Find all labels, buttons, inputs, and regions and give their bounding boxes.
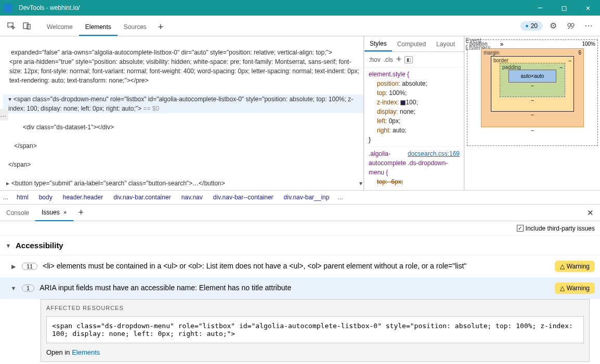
issues-counter[interactable]: 20	[520, 21, 543, 31]
open-in-elements-link[interactable]: Open in Elements	[41, 348, 589, 361]
drawer-tab-console[interactable]: Console	[0, 205, 35, 221]
triangle-right-icon[interactable]: ▶	[10, 263, 17, 270]
affected-resources-panel: AFFECTED RESOURCES <span class="ds-dropd…	[41, 299, 590, 362]
include-thirdparty-checkbox[interactable]: ✓	[517, 225, 524, 232]
color-swatch-icon[interactable]	[400, 100, 406, 105]
bm-padding-label: padding	[502, 64, 521, 70]
triangle-down-icon[interactable]: ▼	[10, 285, 17, 291]
bm-position-top: 100%	[582, 41, 595, 47]
styles-tab-layout[interactable]: Layout	[431, 37, 460, 51]
issue-count-pill: 1	[22, 285, 34, 292]
styles-rules[interactable]: element.style { position: absolute; top:…	[364, 68, 464, 190]
dom-line[interactable]: ▸<button type="submit" aria-label="searc…	[3, 179, 363, 188]
crumb[interactable]: div.nav-bar--container	[208, 192, 279, 203]
warning-badge: Warning	[555, 282, 595, 294]
dom-line[interactable]: <pre aria-hidden="true" style="position:…	[3, 57, 363, 85]
css-prop[interactable]: top: 100%;	[369, 88, 460, 98]
crumb[interactable]: html	[11, 192, 34, 203]
bm-margin-label: margin	[484, 50, 500, 56]
cls-toggle[interactable]: .cls	[384, 56, 393, 63]
svg-rect-1	[23, 23, 28, 29]
css-prop[interactable]: left: 0px;	[369, 116, 460, 126]
dom-line[interactable]: <div class="ds-dataset-1"></div>	[3, 123, 363, 132]
issue-row-selected[interactable]: ▼ 1 ARIA input fields must have an acces…	[0, 277, 600, 299]
styles-sidebar-container: Styles Computed Layout Event Listeners »…	[364, 36, 600, 190]
add-tab-button[interactable]: +	[153, 19, 169, 36]
css-source-link[interactable]: docsearch.css:169	[408, 149, 460, 158]
inspect-icon[interactable]	[4, 19, 19, 33]
css-prop[interactable]: display: none;	[369, 107, 460, 116]
issue-group-title: Accessibility	[16, 241, 63, 250]
window-titlebar: DevTools - webhint.io/	[0, 0, 600, 16]
drawer-add-tab-button[interactable]: +	[73, 204, 89, 221]
drawer-tab-issues[interactable]: Issues ×	[35, 205, 73, 221]
toggle-classes-box-icon[interactable]: ◧	[405, 56, 413, 63]
crumb[interactable]: div.nav-bar.container	[108, 192, 176, 203]
crumb[interactable]: body	[34, 192, 58, 203]
dom-breadcrumbs[interactable]: ... html body header.header div.nav-bar.…	[0, 190, 600, 205]
close-window-button[interactable]	[576, 0, 600, 16]
include-thirdparty-label: Include third-party issues	[526, 225, 595, 232]
issue-text: <li> elements must be contained in a <ul…	[43, 261, 550, 272]
dom-line[interactable]: </span>	[3, 160, 363, 169]
crumb-ellipsis[interactable]: ...	[334, 192, 346, 203]
affected-code-snippet[interactable]: <span class="ds-dropdown-menu" role="lis…	[46, 316, 584, 343]
issue-text: ARIA input fields must have an accessibl…	[40, 283, 550, 293]
settings-icon[interactable]: ⚙	[546, 19, 560, 33]
crumb-ellipsis[interactable]: ...	[0, 192, 11, 203]
bm-content-box: auto×auto	[508, 70, 556, 83]
warning-badge: Warning	[555, 261, 595, 272]
more-icon[interactable]: ⋯	[581, 19, 596, 33]
affected-header: AFFECTED RESOURCES	[41, 300, 589, 316]
issues-count-value: 20	[531, 22, 538, 30]
window-title: DevTools - webhint.io/	[17, 4, 528, 11]
issue-group-header[interactable]: ▼ Accessibility	[0, 236, 600, 255]
issue-row[interactable]: ▶ 11 <li> elements must be contained in …	[0, 255, 600, 277]
device-toggle-icon[interactable]	[20, 19, 34, 33]
issue-count-pill: 11	[22, 263, 37, 270]
elements-panel: expanded="false" aria-owns="algolia-auto…	[0, 36, 600, 190]
dom-line[interactable]: expanded="false" aria-owns="algolia-auto…	[3, 49, 332, 56]
maximize-button[interactable]	[552, 0, 576, 16]
drawer-close-icon[interactable]: ✕	[581, 205, 600, 221]
feedback-icon[interactable]	[564, 19, 578, 33]
close-tab-icon[interactable]: ×	[63, 209, 67, 215]
ellipsis-indicator[interactable]: …	[0, 109, 8, 120]
tab-elements[interactable]: Elements	[79, 19, 118, 36]
drawer-tabs: Console Issues × + ✕	[0, 205, 600, 221]
styles-tabs: Styles Computed Layout Event Listeners »	[364, 36, 464, 52]
dom-selected-node[interactable]: ▾<span class="ds-dropdown-menu" role="li…	[3, 95, 363, 113]
styles-tab-styles[interactable]: Styles	[364, 37, 392, 51]
box-model[interactable]: position 100% 0 margin 6 border – paddin…	[464, 36, 600, 190]
svg-point-4	[571, 23, 574, 26]
bm-position-label: position	[469, 41, 487, 47]
bm-margin-top: 6	[578, 50, 581, 56]
css-prop[interactable]: z-index: 100;	[369, 98, 460, 107]
dom-line[interactable]: </span>	[3, 141, 363, 151]
main-tabs: Welcome Elements Sources +	[41, 16, 168, 36]
crumb[interactable]: header.header	[58, 192, 108, 203]
crumb[interactable]: div.nav-bar__inp	[279, 192, 335, 203]
crumb[interactable]: nav.nav	[176, 192, 208, 203]
issues-body[interactable]: ▼ Accessibility ▶ 11 <li> elements must …	[0, 236, 600, 363]
css-prop[interactable]: position: absolute;	[369, 79, 460, 88]
css-prop[interactable]: right: auto;	[369, 126, 460, 135]
tab-sources[interactable]: Sources	[118, 19, 153, 36]
styles-pane: Styles Computed Layout Event Listeners »…	[364, 36, 464, 190]
minimize-button[interactable]	[528, 0, 552, 16]
tab-welcome[interactable]: Welcome	[41, 19, 79, 36]
svg-point-3	[568, 23, 571, 26]
triangle-down-icon[interactable]: ▼	[5, 242, 11, 249]
styles-filter-row: :hov .cls + ◧	[364, 52, 464, 68]
dom-tree[interactable]: expanded="false" aria-owns="algolia-auto…	[0, 36, 364, 190]
app-icon	[4, 4, 12, 12]
devtools-toolbar: Welcome Elements Sources + 20 ⚙ ⋯	[0, 16, 600, 36]
css-prop-overridden[interactable]: top: -6px;	[369, 177, 460, 186]
styles-tab-computed[interactable]: Computed	[392, 37, 431, 51]
issues-options: ✓ Include third-party issues	[0, 221, 600, 236]
rule-selector[interactable]: element.style {	[369, 70, 460, 79]
hov-toggle[interactable]: :hov	[369, 56, 381, 63]
new-style-rule-button[interactable]: +	[396, 54, 402, 65]
